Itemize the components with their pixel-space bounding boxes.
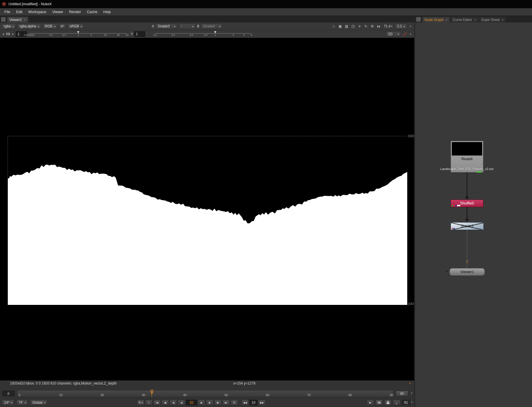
snapshot-icon[interactable] xyxy=(375,400,383,405)
pane-menu-icon[interactable] xyxy=(416,17,421,22)
frame-range-scope-dropdown[interactable]: Global xyxy=(30,400,48,405)
skip-forward-button[interactable]: ▶▶ xyxy=(258,400,266,405)
viewer-pane: Viewer1 × rgba rgba.alpha RGB IP sRGB A … xyxy=(0,16,414,407)
flipbook-icon[interactable]: ▶ xyxy=(367,400,374,405)
playhead-line xyxy=(152,393,152,397)
exposure-toolbar: ◀ f/8 ▶ 1 0.0156250.10.313103064 Y 1 0.1… xyxy=(0,30,414,38)
step-back-button[interactable]: ◀ xyxy=(170,400,177,405)
input-process-button[interactable]: IP xyxy=(59,24,66,29)
current-frame-field[interactable]: 32 xyxy=(186,400,197,405)
expand-toolbar-icon[interactable]: » xyxy=(409,24,412,29)
viewer-toolbar-icons: □▣▨◳≡↻⚙▮▮ xyxy=(331,24,381,29)
slider-tick-label: 2 xyxy=(233,34,234,36)
gain-slider[interactable]: 0.0156250.10.313103064 xyxy=(29,31,127,37)
slider-tick-label: 1 xyxy=(78,34,79,36)
red-slash-icon[interactable] xyxy=(402,32,407,36)
step-forward-button[interactable]: ▶ xyxy=(206,400,213,405)
timeline-ruler[interactable]: 010203040506070809032 xyxy=(17,390,394,397)
close-icon[interactable]: × xyxy=(445,18,447,22)
buffer-a-dropdown[interactable]: Grade3 xyxy=(156,24,177,29)
playback-mode-button[interactable]: ↻ ▾ xyxy=(137,400,144,405)
expand-exposure-icon[interactable]: » xyxy=(409,32,412,36)
menu-viewer[interactable]: Viewer xyxy=(50,9,66,15)
goto-start-button[interactable]: |◀ xyxy=(153,400,161,405)
buffer-a-label: A xyxy=(152,24,154,28)
clipping-warning-icon[interactable]: ▨ xyxy=(344,24,349,29)
wipe-blend-dropdown[interactable]: - xyxy=(179,24,196,29)
menu-cache[interactable]: Cache xyxy=(84,9,100,15)
overlay-menu-icon[interactable]: ≡ xyxy=(357,24,362,29)
grade-node-disabled[interactable]: Grade3 xyxy=(451,222,484,230)
menu-render[interactable]: Render xyxy=(66,9,84,15)
frame-increment-field[interactable]: 10 xyxy=(250,400,257,405)
format-label-bottom: (192 xyxy=(408,302,414,305)
zoom-level-dropdown[interactable]: 71.4 ▾ xyxy=(383,24,393,28)
proxy-mode-dropdown[interactable]: 1:1 xyxy=(395,24,407,29)
close-icon[interactable]: × xyxy=(502,18,503,22)
slider-handle[interactable] xyxy=(77,31,79,34)
alpha-layer-dropdown[interactable]: rgba.alpha xyxy=(17,24,41,29)
status-menu-icon[interactable]: ▼ xyxy=(408,382,411,385)
play-forward-button[interactable]: ▶ xyxy=(198,400,205,405)
skip-back-button[interactable]: ◀◀ xyxy=(241,400,249,405)
shuffle-node[interactable]: Shuffle5 xyxy=(451,200,483,207)
slider-handle[interactable] xyxy=(214,31,216,34)
menu-help[interactable]: Help xyxy=(101,9,113,15)
tab-node-graph[interactable]: Node Graph× xyxy=(422,17,450,22)
prev-keyframe-button[interactable]: ◀| xyxy=(161,400,169,405)
pane-menu-icon[interactable] xyxy=(1,17,6,22)
lock-icon[interactable] xyxy=(384,400,391,405)
export-icon[interactable]: ↓ xyxy=(393,400,400,405)
display-window-icon[interactable]: □ xyxy=(331,24,336,29)
tab-dope-sheet[interactable]: Dope Sheet× xyxy=(479,17,506,22)
expand-playback-icon[interactable]: » xyxy=(410,400,414,404)
viewer-canvas[interactable]: 1920 (192 xyxy=(0,38,414,380)
timeline-tick-label: 20 xyxy=(101,393,104,397)
range-end-field[interactable]: 90 xyxy=(396,391,408,396)
layer-dropdown[interactable]: rgba xyxy=(1,24,16,29)
menu-file[interactable]: File xyxy=(2,9,13,15)
in-point-button[interactable]: I xyxy=(145,400,152,405)
tab-curve-editor[interactable]: Curve Editor× xyxy=(450,17,478,22)
close-icon[interactable]: × xyxy=(474,18,476,22)
viewer-lut-dropdown[interactable]: sRGB xyxy=(67,24,84,29)
viewer-tab-strip: Viewer1 × xyxy=(0,16,414,22)
play-backward-button[interactable]: ◀ xyxy=(178,400,185,405)
pop-out-icon[interactable]: ◳ xyxy=(350,24,356,29)
timeline-tick-label: 0 xyxy=(19,393,20,397)
shuffle-node-name: Shuffle5 xyxy=(460,201,474,205)
viewer-node[interactable]: Viewer1 xyxy=(450,268,485,276)
timeline-row: 0 010203040506070809032 90 » xyxy=(0,389,414,398)
next-keyframe-button[interactable]: |▶ xyxy=(214,400,222,405)
range-start-field[interactable]: 0 xyxy=(2,391,15,396)
proxy-toggle-icon[interactable]: ▣ xyxy=(337,24,343,29)
slider-tick-label: 4 xyxy=(251,34,252,36)
expand-timeline-icon[interactable]: » xyxy=(410,391,414,395)
timeline-tick-label: 50 xyxy=(224,393,228,397)
node-graph-canvas[interactable]: Read4 Landscape_Test_F21_Passes_v2.exr S… xyxy=(415,22,532,407)
gamma-field[interactable]: 1 xyxy=(134,31,145,37)
timeline-filter-dropdown[interactable]: TF xyxy=(16,400,28,405)
fstop-decrease-icon[interactable]: ◀ xyxy=(1,33,5,35)
menu-workspace[interactable]: Workspace xyxy=(26,9,49,15)
pause-icon[interactable]: ▮▮ xyxy=(376,24,381,29)
goto-end-button[interactable]: ▶| xyxy=(222,400,230,405)
tab-viewer1[interactable]: Viewer1 × xyxy=(7,17,28,22)
refresh-icon[interactable]: ↻ xyxy=(363,24,368,29)
tab-viewer1-label: Viewer1 xyxy=(9,18,22,22)
view-mode-dropdown[interactable]: 2D xyxy=(386,31,401,37)
out-point-button[interactable]: O xyxy=(231,400,238,405)
last-frame-field[interactable]: 91 xyxy=(402,400,410,405)
slider-tick-label: 0.4 xyxy=(189,34,193,36)
channel-display-dropdown[interactable]: RGB xyxy=(43,24,57,29)
fstop-increase-icon[interactable]: ▶ xyxy=(11,33,15,35)
read-node[interactable]: Read4 Landscape_Test_F21_Passes_v2.exr xyxy=(451,141,483,172)
fps-dropdown[interactable]: 24* xyxy=(2,400,14,405)
gear-icon[interactable]: ⚙ xyxy=(369,24,375,29)
gamma-slider[interactable]: 0.10.20.40.71234 xyxy=(155,31,251,37)
menu-edit[interactable]: Edit xyxy=(13,9,25,15)
close-icon[interactable]: × xyxy=(24,18,26,22)
buffer-b-dropdown[interactable]: Grade3 xyxy=(201,24,222,29)
viewer-node-name: Viewer1 xyxy=(460,270,474,274)
read-node-name: Read4 xyxy=(451,157,483,161)
